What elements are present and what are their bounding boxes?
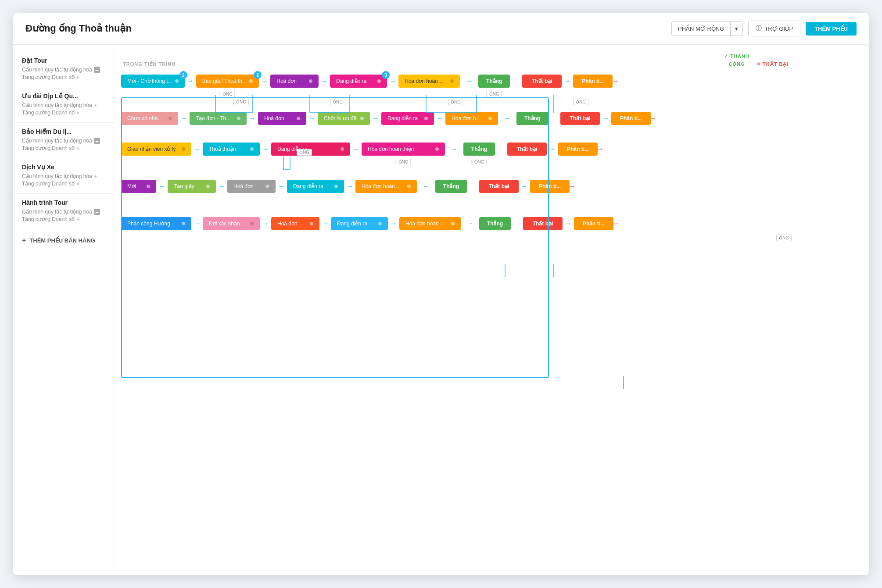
analyze-bao-hiem[interactable]: Phân tí... → xyxy=(558,143,598,156)
stage-dot xyxy=(451,222,455,225)
pipeline-row-dich-vu: Mới → Tạo giấy → Hoá đơn xyxy=(121,180,862,193)
sidebar-pipeline-sub2[interactable]: Tăng cường Doanh số ● xyxy=(22,74,105,80)
stage-bao-hiem-1[interactable]: Thoả thuận xyxy=(203,143,260,156)
success-dich-vu[interactable]: Thắng xyxy=(435,180,467,193)
analyze-uu-dai[interactable]: Phân tí... → xyxy=(611,112,651,125)
sidebar-item-hanh-trinh: Hành trình Tour Cấu hình quy tắc tự động… xyxy=(13,194,114,229)
stage-dich-vu-3[interactable]: Đang diễn ra xyxy=(287,180,344,193)
stage-uu-dai-5[interactable]: Hóa đơn h... xyxy=(445,112,498,125)
plus-icon: + xyxy=(22,236,26,244)
stage-hanh-trinh-0[interactable]: Phân công Hướng... xyxy=(121,217,191,230)
add-pheu-button[interactable]: THÊM PHẾU xyxy=(806,22,857,36)
arrow: → xyxy=(218,182,225,190)
stage-dot xyxy=(488,117,492,120)
sidebar-pipeline-title-4: Dịch Vụ Xe xyxy=(22,164,105,171)
success-hanh-trinh[interactable]: Thắng xyxy=(479,217,511,230)
stage-uu-dai-3[interactable]: Chốt % ưu đãi xyxy=(318,112,370,125)
stage-dot xyxy=(237,117,240,120)
stage-dat-tour-0[interactable]: Mới - Chờ thông t... 2 xyxy=(121,75,185,88)
analyze-dich-vu[interactable]: Phân tí... → xyxy=(530,180,570,193)
stage-hanh-trinh-4[interactable]: Hóa đơn hoàn ... xyxy=(399,217,461,230)
cloud-icon-2: ☁ xyxy=(94,138,100,144)
analyze-dat-tour[interactable]: Phân tí... → xyxy=(573,75,613,88)
success-dat-tour[interactable]: Thắng ỐNG xyxy=(478,75,510,88)
stage-dot xyxy=(435,147,439,151)
stage-bao-hiem-3[interactable]: Hóa đơn hoàn thiện ỐNG xyxy=(362,143,445,156)
stage-dot xyxy=(334,185,338,188)
ong-r1-3: ỐNG xyxy=(448,97,463,105)
stage-dot xyxy=(169,117,172,120)
sidebar-pipeline-sub2-2[interactable]: Tăng cường Doanh số ● xyxy=(22,110,105,116)
stage-hanh-trinh-2[interactable]: Hoá đơn xyxy=(271,217,319,230)
arrow: → xyxy=(451,145,458,153)
arrow-3: → xyxy=(321,77,328,85)
stage-uu-dai-2[interactable]: Hoá đơn xyxy=(258,112,306,125)
fail-dich-vu[interactable]: Thất bại xyxy=(479,180,519,193)
sidebar-pipeline-title-5: Hành trình Tour xyxy=(22,199,105,206)
stage-dot xyxy=(378,222,382,225)
pipeline-row-bao-hiem: Giao nhận viên xử lý → Thoả thuận → xyxy=(121,143,862,156)
pipeline-row-dat-tour: Mới - Chờ thông t... 2 → Báo giá / Thoả … xyxy=(121,71,862,88)
stage-dich-vu-2[interactable]: Hoá đơn xyxy=(227,180,276,193)
stage-dat-tour-1[interactable]: Báo giá / Thoả th... 2 ỐNG xyxy=(196,75,259,88)
stage-dot xyxy=(182,222,185,225)
ong-r1-success: ỐNG xyxy=(573,97,588,105)
arrow: → xyxy=(352,145,359,153)
stage-dot xyxy=(250,222,254,225)
stage-dot xyxy=(266,185,269,188)
cloud-icon-3: ☁ xyxy=(94,209,100,215)
sidebar-pipeline-sub1[interactable]: Cấu hình quy tắc tự động hóa ☁ xyxy=(22,67,105,73)
fail-uu-dai[interactable]: Thất bại xyxy=(560,112,600,125)
stage-dot xyxy=(407,185,411,188)
success-bao-hiem[interactable]: Thắng ỐNG xyxy=(463,143,495,156)
sidebar-pipeline-sub2-4[interactable]: Tăng cường Doanh số ● xyxy=(22,181,105,187)
fail-dat-tour[interactable]: Thất bại xyxy=(522,75,562,88)
fail-hanh-trinh[interactable]: Thất bại xyxy=(523,217,563,230)
in-progress-header: TRONG TIẾN TRÌNH xyxy=(123,60,717,68)
add-pipeline-button[interactable]: + THÊM PHẾU BÁN HÀNG xyxy=(13,229,114,251)
dot-icon-4: ● xyxy=(76,145,79,151)
stage-uu-dai-4[interactable]: Đang diễn ra xyxy=(381,112,434,125)
sidebar-pipeline-sub1-3[interactable]: Cấu hình quy tắc tự động hóa ☁ xyxy=(22,138,105,144)
stage-hanh-trinh-3[interactable]: Đang diễn ra xyxy=(331,217,388,230)
stage-dat-tour-3[interactable]: Đang diễn ra 3 xyxy=(330,75,387,88)
stage-dich-vu-4[interactable]: Hóa đơn hoàn ... xyxy=(355,180,417,193)
ong-success-bao-hiem: ỐNG xyxy=(472,159,487,165)
sidebar-pipeline-title-2: Ưu đãi Dịp Lễ Qu... xyxy=(22,93,105,100)
stage-dot xyxy=(377,79,381,83)
ong-bao-hiem-below: ỐNG xyxy=(396,159,411,165)
sidebar-item-dich-vu: Dịch Vụ Xe Cấu hình quy tắc tự động hóa … xyxy=(13,158,114,194)
stage-dat-tour-2[interactable]: Hoá đơn xyxy=(270,75,319,88)
stage-uu-dai-1[interactable]: Tạo đơn - Th... xyxy=(190,112,247,125)
sidebar-pipeline-sub1-5[interactable]: Cấu hình quy tắc tự động hóa ☁ xyxy=(22,209,105,215)
ong-label-1: ỐNG xyxy=(220,91,235,97)
expand-arrow-button[interactable]: ▾ xyxy=(730,22,742,36)
sidebar-pipeline-sub2-3[interactable]: Tăng cường Doanh số ● xyxy=(22,145,105,151)
pipeline-rows-wrapper: Mới - Chờ thông t... 2 → Báo giá / Thoả … xyxy=(121,71,862,241)
sidebar-pipeline-sub1-2[interactable]: Cấu hình quy tắc tự động hóa ● xyxy=(22,102,105,108)
analyze-hanh-trinh[interactable]: Phân tí... → xyxy=(574,217,613,230)
arrow-2: → xyxy=(261,77,268,85)
success-uu-dai[interactable]: Thắng xyxy=(516,112,548,125)
stage-dot xyxy=(206,185,210,188)
stage-dich-vu-0[interactable]: Mới xyxy=(121,180,156,193)
stage-hanh-trinh-1[interactable]: Đợi xác nhận xyxy=(203,217,260,230)
help-button[interactable]: ⓘ TRỢ GIÚP xyxy=(748,21,800,36)
stage-dat-tour-4[interactable]: Hóa đơn hoàn ... xyxy=(398,75,460,88)
stage-dot xyxy=(309,79,312,83)
arrow-end-2: → xyxy=(650,114,657,122)
stage-dot xyxy=(341,147,344,151)
arrow: → xyxy=(423,182,430,190)
sidebar-pipeline-sub1-4[interactable]: Cấu hình quy tắc tự động hóa ● xyxy=(22,173,105,179)
badge-2-2: 2 xyxy=(254,71,262,79)
fail-bao-hiem[interactable]: Thất bại xyxy=(507,143,547,156)
pipeline-row-uu-dai: Chưa có nhà... → Tạo đơn - Th... → xyxy=(121,112,862,125)
stage-dich-vu-1[interactable]: Tạo giấy xyxy=(168,180,216,193)
stage-uu-dai-0[interactable]: Chưa có nhà... xyxy=(121,112,178,125)
header: Đường ống Thoả thuận PHẦN MỞ RỘNG ▾ ⓘ TR… xyxy=(13,13,869,45)
canvas-area: TRONG TIẾN TRÌNH ✓ THÀNH CÔNG ✕ THẤT BẠI xyxy=(114,45,869,575)
sidebar-pipeline-sub2-5[interactable]: Tăng cường Doanh số ● xyxy=(22,216,105,222)
stage-bao-hiem-0[interactable]: Giao nhận viên xử lý xyxy=(121,143,191,156)
header-actions: PHẦN MỞ RỘNG ▾ ⓘ TRỢ GIÚP THÊM PHẾU xyxy=(671,21,857,36)
expand-main-button[interactable]: PHẦN MỞ RỘNG xyxy=(672,22,730,36)
